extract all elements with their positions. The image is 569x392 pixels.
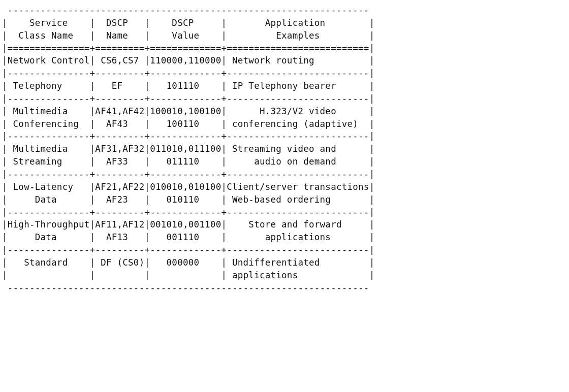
- dscp-service-class-table: ----------------------------------------…: [0, 0, 569, 294]
